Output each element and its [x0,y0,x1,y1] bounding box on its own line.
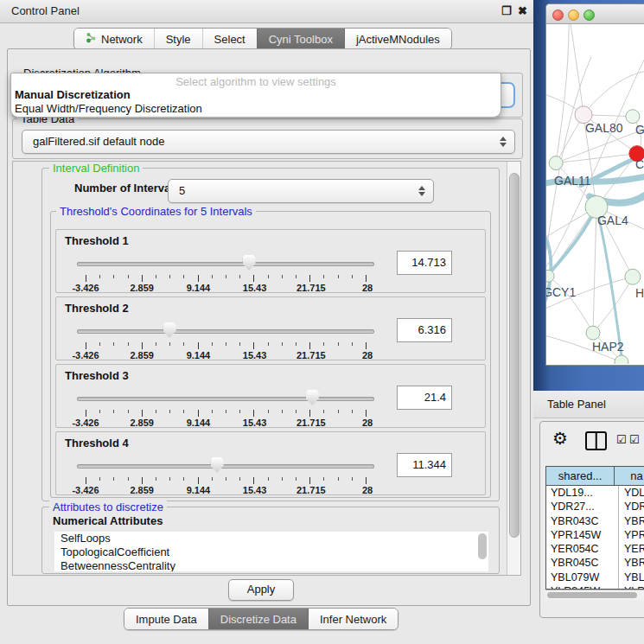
tab-network-label: Network [101,29,143,49]
float-window-icon[interactable]: ❐ [501,0,512,22]
algorithm-dropdown-popup: Select algorithm to view settings Manual… [10,73,501,118]
horizontal-scrollbar[interactable] [545,590,644,600]
table-row[interactable]: YBR043CYBR0 [546,514,644,528]
slider-track[interactable] [77,262,374,266]
scale-label: 21.715 [296,418,326,428]
node-gcy1[interactable] [546,270,554,282]
tab-infer-label: Infer Network [320,609,386,629]
table-row[interactable]: YDR27...YDR2 [546,500,644,513]
node-label: GAL4 [597,214,628,227]
threshold-2-slider[interactable]: -3.426 2.859 9.144 15.43 21.715 28 [77,322,374,360]
network-canvas[interactable]: GAL80 G C GAL11 GAL4 GCY1 H HAP2 [546,24,644,364]
list-item[interactable]: SelfLoops [54,532,488,545]
threshold-3-slider[interactable]: -3.426 2.859 9.144 15.43 21.715 28 [77,389,374,427]
threshold-1-panel: Threshold 1 -3.426 2.859 9.144 15.43 21.… [55,229,486,293]
slider-track[interactable] [77,329,374,334]
column-header-name[interactable]: na [615,467,644,485]
scale-label: 2.859 [130,485,154,495]
scale-label: -3.426 [72,350,99,360]
close-window-icon[interactable]: ✖ [518,0,527,22]
threshold-4-panel: Threshold 4 -3.426 2.859 9.144 15.43 21.… [55,431,486,495]
interval-definition-title: Interval Definition [49,162,143,175]
slider-track[interactable] [77,464,374,469]
tab-infer-network[interactable]: Infer Network [308,609,398,629]
minimize-traffic-light-icon[interactable] [568,10,579,21]
tab-select[interactable]: Select [202,29,257,49]
tab-cyni-toolbox[interactable]: Cyni Toolbox [257,29,344,49]
tab-impute-data[interactable]: Impute Data [124,609,208,629]
scale-label: 15.43 [243,350,267,360]
threshold-4-value-field[interactable]: 11.344 [397,453,452,477]
zoom-traffic-light-icon[interactable] [583,10,595,21]
node-top-right[interactable] [626,110,640,124]
threshold-1-value-field[interactable]: 14.713 [397,251,452,275]
scale-label: 9.144 [187,485,211,495]
node-right-mid[interactable] [625,269,641,284]
checkbox-icon[interactable]: ☑ [616,433,627,446]
attributes-group: Attributes to discretize Numerical Attri… [41,507,500,574]
node-label: GAL11 [554,174,591,188]
table-data-group: Table Data galFiltered.sif default node [12,118,523,159]
vertical-scrollbar[interactable] [507,162,520,575]
threshold-3-thumb[interactable] [306,390,319,405]
tab-discretize-data[interactable]: Discretize Data [208,609,308,629]
column-header-shared[interactable]: shared... [546,467,615,485]
table-row[interactable]: YPR145WYPR1 [546,528,644,542]
checkbox-icon[interactable]: ☑ [629,433,640,446]
list-item[interactable]: BetweennessCentrality [54,559,488,571]
table-row[interactable]: YER054CYER0 [546,542,644,556]
node-attribute-table: shared... na YDL19...YDL1 YDR27...YDR2 Y… [545,466,644,590]
threshold-2-value-field[interactable]: 6.316 [397,318,452,342]
tab-style[interactable]: Style [154,29,202,49]
apply-button[interactable]: Apply [228,579,294,601]
number-of-intervals-combobox[interactable]: 5 [168,179,434,203]
number-of-intervals-value: 5 [179,180,185,201]
slider-major-ticks [86,410,367,417]
slider-track[interactable] [77,397,374,401]
threshold-2-thumb[interactable] [163,322,176,338]
node-label: GCY1 [546,285,576,299]
dropdown-placeholder: Select algorithm to view settings [11,75,501,88]
tab-jactivemnodules[interactable]: jActiveMNodules [344,29,451,49]
threshold-4-label: Threshold 4 [65,437,129,450]
bottom-tabbar: Impute Data Discretize Data Infer Networ… [124,608,399,630]
stepper-icon [500,137,507,147]
node-label: GAL80 [585,121,623,135]
node-label: G [635,123,644,137]
scale-label: 2.859 [130,418,154,428]
vertical-scrollbar-thumb[interactable] [509,173,520,538]
close-traffic-light-icon[interactable] [552,10,564,21]
top-tabbar: Network Style Select Cyni Toolbox jActiv… [73,28,452,50]
thresholds-group-title: Threshold's Coordinates for 5 Intervals [56,205,256,218]
threshold-1-thumb[interactable] [243,255,256,271]
scale-label: 2.859 [130,350,154,360]
threshold-4-thumb[interactable] [211,457,224,473]
table-row[interactable]: YBR045CYBR0 [546,556,644,570]
node-gal11[interactable] [549,156,563,170]
threshold-3-value-field[interactable]: 21.4 [397,386,452,410]
columns-icon[interactable] [585,431,607,450]
gear-icon[interactable]: ⚙ [552,429,568,448]
node-hap2[interactable] [586,326,600,340]
table-data-combobox[interactable]: galFiltered.sif default node [22,130,515,154]
tab-network[interactable]: Network [74,29,154,49]
scale-label: 15.43 [243,485,267,495]
network-icon [86,29,97,49]
network-nodes[interactable] [546,106,644,364]
table-header-row: shared... na [546,467,644,486]
table-panel: ⚙ ☑ ☑ shared... na YDL19...YDL1 YDR27...… [539,421,644,618]
list-scrollbar-thumb[interactable] [478,533,487,559]
tab-jactive-label: jActiveMNodules [356,29,440,49]
network-view-window[interactable]: GAL80 G C GAL11 GAL4 GCY1 H HAP2 [545,3,644,366]
threshold-2-label: Threshold 2 [65,302,129,315]
horizontal-scrollbar-thumb[interactable] [547,592,637,598]
dropdown-option-equal-width[interactable]: Equal Width/Frequency Discretization [14,102,499,116]
threshold-4-slider[interactable]: -3.426 2.859 9.144 15.43 21.715 28 [77,456,374,494]
table-row[interactable]: YBL079WYBL0 [546,571,644,584]
scale-label: -3.426 [72,418,99,428]
dropdown-option-manual[interactable]: Manual Discretization [14,88,499,102]
tab-discretize-label: Discretize Data [220,609,296,629]
list-item[interactable]: TopologicalCoefficient [54,545,488,559]
threshold-1-slider[interactable]: -3.426 2.859 9.144 15.43 21.715 28 [77,254,374,292]
table-row[interactable]: YDL19...YDL1 [546,486,644,500]
